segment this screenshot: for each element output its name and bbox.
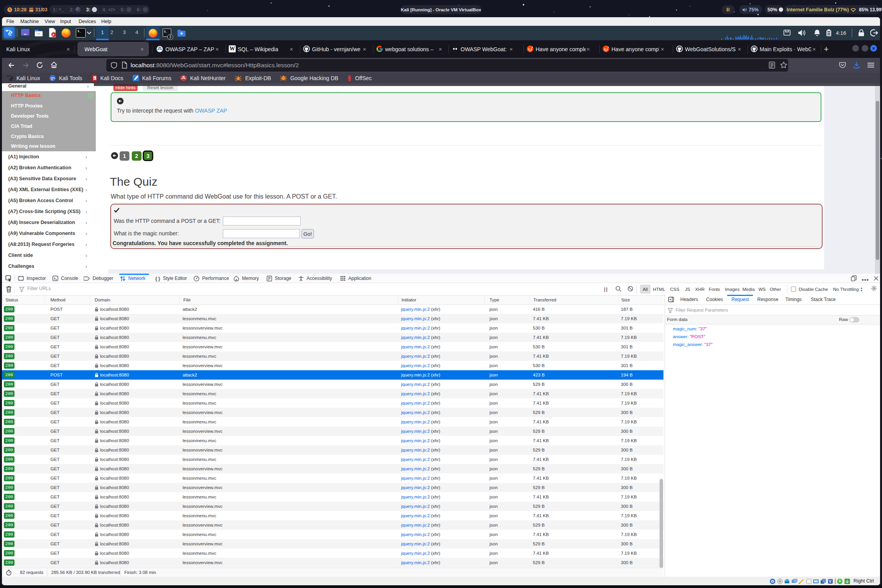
svg-text:$_: $_: [164, 30, 168, 33]
svg-text:V: V: [829, 579, 832, 584]
svg-text:ϟ: ϟ: [94, 77, 95, 80]
svg-text:11: 11: [51, 78, 53, 81]
svg-text:$_: $_: [77, 29, 81, 33]
